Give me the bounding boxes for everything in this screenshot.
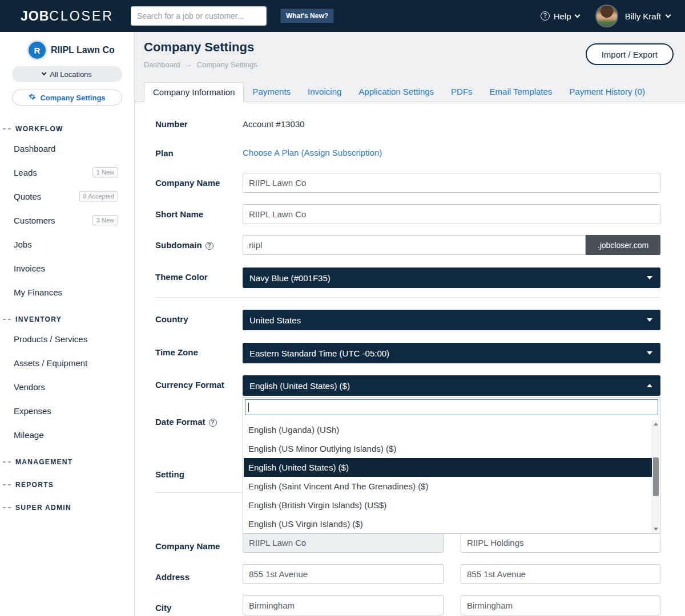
dropdown-options-list: English (Uganda) (USh) English (US Minor… xyxy=(244,420,652,533)
short-name-input[interactable] xyxy=(243,204,660,224)
company-name-main-input xyxy=(243,533,444,553)
theme-color-select[interactable]: Navy Blue (#001F35) xyxy=(243,268,660,288)
scroll-down-icon[interactable] xyxy=(652,525,659,533)
chevron-down-icon xyxy=(647,276,652,279)
customers-badge: 3 New xyxy=(92,215,118,225)
sidebar-item-vendors[interactable]: Vendors xyxy=(0,375,134,399)
timezone-select[interactable]: Eastern Standard Time (UTC -05:00) xyxy=(243,343,660,363)
tab-pdfs[interactable]: PDFs xyxy=(442,82,481,102)
dropdown-option-selected[interactable]: English (United States) ($) xyxy=(244,458,652,477)
section-dash-icon xyxy=(3,319,11,320)
section-divider xyxy=(155,297,660,298)
timezone-label: Time Zone xyxy=(155,347,198,357)
scroll-up-icon[interactable] xyxy=(652,420,659,428)
assign-subscription-link[interactable]: Assign Subscription xyxy=(304,148,380,157)
section-dash-icon xyxy=(3,484,11,485)
breadcrumb: Dashboard → Company Settings xyxy=(144,60,257,69)
sidebar-nav: WORKFLOW Dashboard Leads 1 New Quotes 8 … xyxy=(0,121,134,515)
top-bar: JOBCLOSER What's New? ? Help Billy Kraft xyxy=(0,0,685,32)
address-main-input[interactable] xyxy=(243,564,444,584)
company-name-secondary-input[interactable] xyxy=(461,533,660,553)
sidebar-item-jobs[interactable]: Jobs xyxy=(0,232,134,256)
tab-payment-history[interactable]: Payment History (0) xyxy=(561,82,654,102)
dropdown-search-input[interactable] xyxy=(245,399,658,415)
help-label: Help xyxy=(554,11,571,21)
sidebar-item-invoices[interactable]: Invoices xyxy=(0,256,134,280)
number-label: Number xyxy=(155,119,188,129)
all-locations-label: All Locations xyxy=(50,70,92,79)
tab-application-settings[interactable]: Application Settings xyxy=(350,82,442,102)
section-header-workflow: WORKFLOW xyxy=(0,121,134,136)
tab-payments[interactable]: Payments xyxy=(244,82,299,102)
sidebar-item-mileage[interactable]: Mileage xyxy=(0,423,134,447)
quotes-badge: 8 Accepted xyxy=(79,191,118,201)
subdomain-suffix: .jobcloser.com xyxy=(586,235,660,255)
breadcrumb-dashboard[interactable]: Dashboard xyxy=(144,60,180,69)
dropdown-option[interactable]: English (British Virgin Islands) (US$) xyxy=(244,496,652,514)
dropdown-option[interactable]: English (Saint Vincent And The Grenadine… xyxy=(244,477,652,496)
plan-paren-open: ( xyxy=(299,148,304,157)
dropdown-option[interactable]: English (Uganda) (USh) xyxy=(244,420,652,439)
whats-new-button[interactable]: What's New? xyxy=(280,9,334,23)
currency-format-select[interactable]: English (United States) ($) xyxy=(243,375,660,396)
sidebar-item-my-finances[interactable]: My Finances xyxy=(0,280,134,304)
user-menu[interactable]: Billy Kraft xyxy=(625,11,670,21)
company-name-label: Company Name xyxy=(155,178,220,188)
sidebar-item-assets-equipment[interactable]: Assets / Equipment xyxy=(0,351,134,375)
section-header-management[interactable]: MANAGEMENT xyxy=(0,455,134,469)
sidebar-item-expenses[interactable]: Expenses xyxy=(0,399,134,423)
scrollbar-thumb[interactable] xyxy=(653,457,659,496)
city-secondary-input[interactable] xyxy=(461,595,660,615)
country-select[interactable]: United States xyxy=(243,310,660,330)
question-circle-icon[interactable]: ? xyxy=(206,242,213,250)
address-secondary-input[interactable] xyxy=(461,564,660,584)
company-settings-label: Company Settings xyxy=(40,94,105,102)
chevron-down-icon xyxy=(574,12,580,18)
section-header-super-admin[interactable]: SUPER ADMIN xyxy=(0,500,134,515)
currency-format-label: Currency Format xyxy=(155,380,224,390)
sidebar: R RIIPL Lawn Co All Locations Company Se… xyxy=(0,32,135,616)
import-export-button[interactable]: Import / Export xyxy=(586,43,674,65)
settings-card: Number Account #13030 Plan Choose A Plan… xyxy=(135,102,685,616)
breadcrumb-current: Company Settings xyxy=(197,60,257,69)
chevron-up-icon xyxy=(647,384,652,387)
leads-badge: 1 New xyxy=(92,167,118,177)
gear-icon xyxy=(29,93,36,102)
dropdown-scrollbar[interactable] xyxy=(652,420,659,533)
subdomain-input[interactable] xyxy=(243,235,586,255)
avatar[interactable] xyxy=(597,6,617,26)
company-avatar: R xyxy=(29,42,46,59)
currency-dropdown: English (Uganda) (USh) English (US Minor… xyxy=(243,397,660,534)
logo-text-bold: JOB xyxy=(21,9,49,23)
account-number-value: Account #13030 xyxy=(243,119,304,129)
sidebar-item-leads[interactable]: Leads 1 New xyxy=(0,160,134,184)
sidebar-company: R RIIPL Lawn Co xyxy=(0,32,134,59)
tab-company-information[interactable]: Company Information xyxy=(144,82,244,102)
subdomain-label: Subdomain? xyxy=(155,240,213,250)
sidebar-item-products-services[interactable]: Products / Services xyxy=(0,327,134,351)
all-locations-button[interactable]: All Locations xyxy=(12,66,122,82)
dropdown-option[interactable]: English (US Minor Outlying Islands) ($) xyxy=(244,439,652,458)
tab-invoicing[interactable]: Invoicing xyxy=(299,82,350,102)
company-settings-button[interactable]: Company Settings xyxy=(12,90,122,106)
page-title: Company Settings xyxy=(144,40,254,55)
help-icon: ? xyxy=(541,11,550,21)
section-dash-icon xyxy=(3,128,11,129)
sidebar-company-name: RIIPL Lawn Co xyxy=(51,45,115,55)
help-menu[interactable]: ? Help xyxy=(541,11,579,21)
sidebar-item-quotes[interactable]: Quotes 8 Accepted xyxy=(0,184,134,208)
dropdown-option[interactable]: English (US Virgin Islands) ($) xyxy=(244,514,652,533)
choose-plan-link[interactable]: Choose A Plan xyxy=(243,148,299,157)
sidebar-item-customers[interactable]: Customers 3 New xyxy=(0,208,134,232)
global-search-input[interactable] xyxy=(131,6,267,26)
user-name: Billy Kraft xyxy=(625,11,661,21)
theme-color-label: Theme Color xyxy=(155,272,208,282)
section-header-reports[interactable]: REPORTS xyxy=(0,477,134,492)
company-name-row-label: Company Name xyxy=(155,541,220,551)
city-main-input[interactable] xyxy=(243,595,444,615)
question-circle-icon[interactable]: ? xyxy=(209,419,217,427)
company-name-input[interactable] xyxy=(243,173,660,193)
chevron-down-icon xyxy=(647,351,652,355)
tab-email-templates[interactable]: Email Templates xyxy=(481,82,561,102)
sidebar-item-dashboard[interactable]: Dashboard xyxy=(0,136,134,160)
